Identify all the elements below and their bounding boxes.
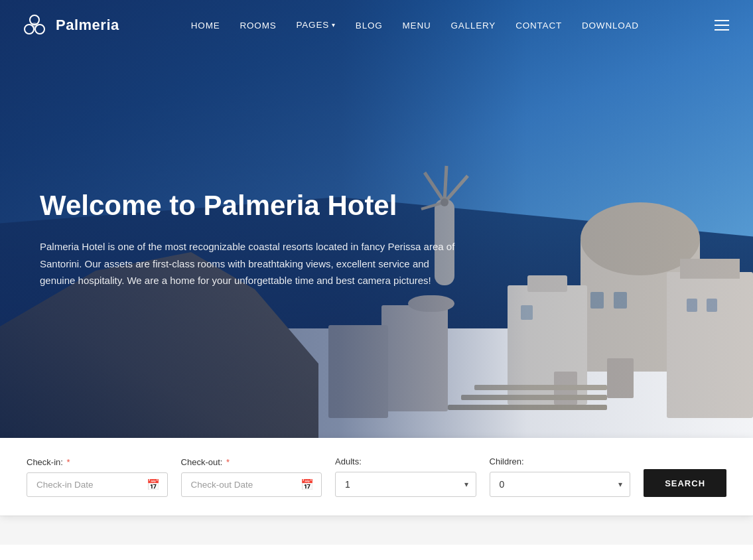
checkin-input-wrapper: 📅 xyxy=(27,472,168,497)
nav-links: HOME ROOMS PAGES ▾ BLOG MENU GALLERY CON… xyxy=(191,19,639,31)
nav-contact[interactable]: CONTACT xyxy=(515,21,562,31)
adults-field: Adults: 1 2 3 4 5 ▾ xyxy=(335,456,476,497)
nav-gallery[interactable]: GALLERY xyxy=(451,21,496,31)
hero-section: Welcome to Palmeria Hotel Palmeria Hotel… xyxy=(0,0,753,438)
hero-title: Welcome to Palmeria Hotel xyxy=(40,189,464,222)
checkout-field: Check-out: * 📅 xyxy=(181,457,322,497)
hero-content: Welcome to Palmeria Hotel Palmeria Hotel… xyxy=(40,189,464,289)
children-label: Children: xyxy=(490,456,631,466)
checkout-required: * xyxy=(226,457,230,467)
bottom-bar xyxy=(0,516,753,545)
hero-description: Palmeria Hotel is one of the most recogn… xyxy=(40,238,464,289)
svg-point-3 xyxy=(32,23,37,28)
navbar: Palmeria HOME ROOMS PAGES ▾ BLOG MENU GA… xyxy=(0,0,753,50)
brand-logo-icon xyxy=(20,11,49,40)
checkout-label: Check-out: * xyxy=(181,457,322,467)
nav-download[interactable]: DOWNLOAD xyxy=(582,21,639,31)
adults-label: Adults: xyxy=(335,456,476,466)
search-button[interactable]: SEARCH xyxy=(644,469,726,497)
nav-pages[interactable]: PAGES ▾ xyxy=(297,20,336,30)
children-select[interactable]: 0 1 2 3 4 xyxy=(490,472,631,497)
brand-name: Palmeria xyxy=(56,17,119,34)
checkin-required: * xyxy=(67,457,70,467)
booking-bar: Check-in: * 📅 Check-out: * 📅 Adults: 1 2… xyxy=(0,438,753,516)
adults-select[interactable]: 1 2 3 4 5 xyxy=(335,472,476,497)
nav-blog[interactable]: BLOG xyxy=(356,21,383,31)
brand-logo-link[interactable]: Palmeria xyxy=(20,11,119,40)
children-field: Children: 0 1 2 3 4 ▾ xyxy=(490,456,631,497)
nav-rooms[interactable]: ROOMS xyxy=(240,21,277,31)
adults-select-wrapper: 1 2 3 4 5 ▾ xyxy=(335,472,476,497)
checkout-input[interactable] xyxy=(181,472,322,497)
pages-dropdown-arrow: ▾ xyxy=(332,21,336,29)
checkout-input-wrapper: 📅 xyxy=(181,472,322,497)
nav-home[interactable]: HOME xyxy=(191,21,220,31)
nav-menu[interactable]: MENU xyxy=(403,21,431,31)
checkin-input[interactable] xyxy=(27,472,168,497)
hamburger-menu-button[interactable] xyxy=(711,16,733,35)
children-select-wrapper: 0 1 2 3 4 ▾ xyxy=(490,472,631,497)
checkin-field: Check-in: * 📅 xyxy=(27,457,168,497)
checkin-label: Check-in: * xyxy=(27,457,168,467)
